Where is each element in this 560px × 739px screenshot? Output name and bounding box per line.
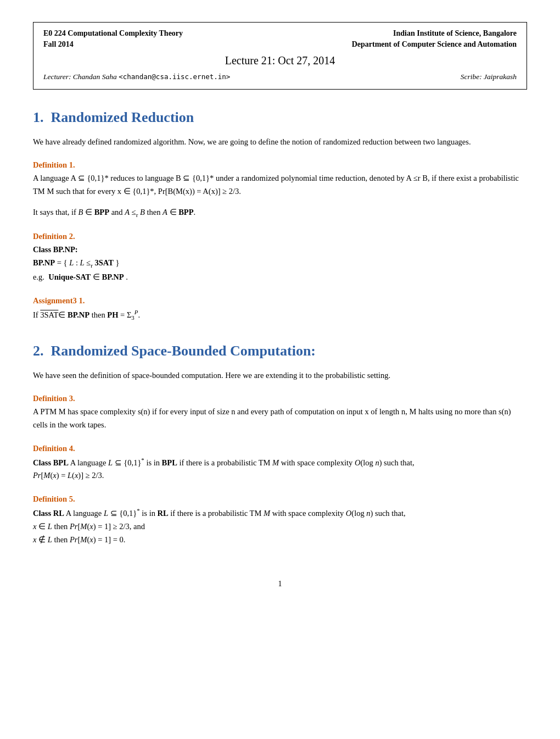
def4-classname: Class BPL [33,458,69,467]
overline-3sat: 3SAT [40,310,58,319]
def5-text: A language L ⊆ {0,1}* is in RL if there … [66,509,406,518]
header-box: E0 224 Computational Complexity Theory I… [33,22,527,90]
remark1: It says that, if B ∈ BPP and A ≤r B then… [33,206,527,220]
header-top-row: E0 224 Computational Complexity Theory I… [43,29,517,38]
def4-text: A language L ⊆ {0,1}* is in BPL if there… [70,458,415,467]
lecturer-info: Lecturer: Chandan Saha <chandan@csa.iisc… [43,73,230,81]
section1-intro: We have already defined randomized algor… [33,136,527,148]
def2-label: Definition 2. [33,232,527,241]
def2-line1: Class BP.NP: [33,243,527,257]
header-mid-row: Fall 2014 Department of Computer Science… [43,40,517,49]
header-bottom-row: Lecturer: Chandan Saha <chandan@csa.iisc… [43,73,517,81]
section2-intro: We have seen the definition of space-bou… [33,369,527,382]
section1-heading: Randomized Reduction [51,109,194,125]
section2-heading: Randomized Space-Bounded Computation: [51,343,316,359]
section1-number: 1. [33,109,44,125]
assign1-label: Assignment3 1. [33,296,527,305]
semester-label: Fall 2014 [43,40,74,49]
scribe-info: Scribe: Jaiprakash [461,73,517,81]
department-name: Department of Computer Science and Autom… [352,40,517,49]
def1-label: Definition 1. [33,160,527,170]
def5-classname: Class RL [33,509,64,518]
page-number: 1 [33,580,527,588]
lecturer-email: <chandan@csa.iisc.ernet.in> [119,73,230,81]
def5-line1: x ∈ L then Pr[M(x) = 1] ≥ 2/3, and [33,522,145,531]
lecturer-label: Lecturer: Chandan Saha [43,73,117,81]
def5-label: Definition 5. [33,494,527,504]
def1-body: A language A ⊆ {0,1}* reduces to languag… [33,172,527,198]
section1-title: 1. Randomized Reduction [33,109,527,126]
def3-body: A PTM M has space complexity s(n) if for… [33,405,527,432]
def4-label: Definition 4. [33,444,527,453]
def2-line2: BP.NP = { L : L ≤r 3SAT } [33,257,527,271]
def2-body: Class BP.NP: BP.NP = { L : L ≤r 3SAT } e… [33,243,527,284]
course-name: E0 224 Computational Complexity Theory [43,29,183,38]
section2-number: 2. [33,343,44,359]
def1-text: A language A ⊆ {0,1}* reduces to languag… [33,174,519,196]
def2-line3: e.g. Unique-SAT ∈ BP.NP . [33,271,527,284]
def3-text: A PTM M has space complexity s(n) if for… [33,407,511,429]
def4-prob: Pr[M(x) = L(x)] ≥ 2/3. [33,471,104,480]
def3-label: Definition 3. [33,394,527,403]
institution-name: Indian Institute of Science, Bangalore [393,29,517,38]
def5-body: Class RL A language L ⊆ {0,1}* is in RL … [33,506,527,547]
assign1-body: If 3SAT∈ BP.NP then PH = Σ3P. [33,308,527,323]
lecture-title: Lecture 21: Oct 27, 2014 [43,54,517,67]
def5-line2: x ∉ L then Pr[M(x) = 1] = 0. [33,535,125,544]
def4-body: Class BPL A language L ⊆ {0,1}* is in BP… [33,455,527,483]
section2-title: 2. Randomized Space-Bounded Computation: [33,343,527,359]
